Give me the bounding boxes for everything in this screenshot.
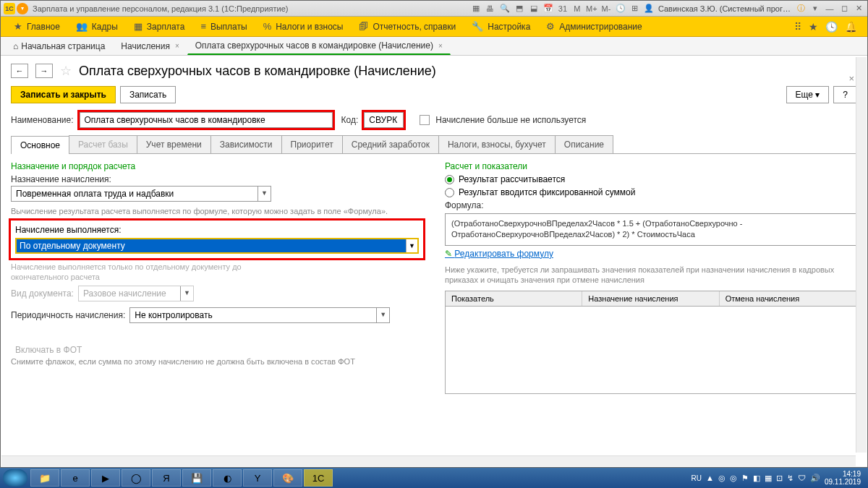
name-row: Наименование: Код: Начисление больше не … [1,109,867,131]
taskbar-app[interactable]: ▶ [91,469,120,487]
purpose-select[interactable]: Повременная оплата труда и надбавки ▼ [11,186,271,202]
right-section-head: Расчет и показатели [445,161,857,171]
taskbar-yandex[interactable]: Я [152,469,181,487]
radio-icon [445,175,454,184]
radio-icon [445,188,454,197]
taskbar-1c[interactable]: 1C [304,469,333,487]
taskbar-app[interactable]: 💾 [182,469,211,487]
panel-close-icon[interactable]: × [848,73,854,84]
menu-kadry[interactable]: 👥Кадры [69,18,125,35]
taskbar-paint[interactable]: 🎨 [273,469,302,487]
tray-icon[interactable]: ↯ [787,474,793,483]
scrollbar-vertical[interactable] [856,57,867,453]
menu-otchet[interactable]: 🗐Отчетность, справки [352,18,463,35]
menu-zarplata[interactable]: ▦Зарплата [127,18,192,35]
save-close-button[interactable]: Записать и закрыть [11,86,116,103]
col-pokazatel: Показатель [446,291,582,306]
bell-icon[interactable]: 🔔 [845,21,857,33]
start-button[interactable] [3,469,27,487]
chevron-down-icon[interactable]: ▼ [376,308,389,322]
favorite-icon[interactable]: ☆ [60,63,72,79]
tray-icon[interactable]: ▦ [765,474,772,483]
tb-icon[interactable]: ⊞ [629,3,641,14]
menu-nalogi[interactable]: %Налоги и взносы [256,18,351,35]
m-minus-icon[interactable]: M- [600,3,612,14]
close-icon[interactable]: ✕ [853,3,864,14]
minimize-icon[interactable]: — [824,3,835,14]
calendar-icon[interactable]: 📅 [542,3,554,14]
code-input[interactable] [364,112,404,128]
tray-icon[interactable]: 🛡 [798,474,806,482]
tb-icon[interactable]: ⬒ [514,3,525,14]
tab-zavis[interactable]: Зависимости [210,135,282,153]
tray-icon[interactable]: ⚑ [741,474,749,483]
m-icon[interactable]: M [571,3,583,14]
dropdown-icon[interactable]: ▾ [809,3,821,14]
date-icon[interactable]: 31 [557,3,569,14]
menu-vyplaty[interactable]: ≡Выплаты [193,18,254,35]
tray-icon[interactable]: ◧ [753,474,760,483]
help-button[interactable]: ? [833,86,857,103]
close-tab-icon[interactable]: × [438,42,443,50]
info-icon[interactable]: ⓘ [795,3,807,14]
percent-icon: % [263,21,272,32]
tray-icon[interactable]: ◎ [718,474,726,483]
tab-nalogi[interactable]: Налоги, взносы, бухучет [438,135,556,153]
page-header: ← → ☆ Оплата сверхурочных часов в команд… [1,56,867,83]
not-used-checkbox[interactable] [420,115,430,125]
taskbar-app[interactable]: Y [243,469,272,487]
apps-icon[interactable]: ⠿ [794,21,801,33]
tab-prior[interactable]: Приоритет [281,135,343,153]
tab-uchet[interactable]: Учет времени [137,135,211,153]
search-icon[interactable]: 🔍 [499,3,511,14]
maximize-icon[interactable]: ◻ [838,3,850,14]
name-input[interactable] [80,112,333,128]
m-plus-icon[interactable]: M+ [586,3,597,14]
tb-icon[interactable]: ⬓ [528,3,540,14]
radio-calc[interactable]: Результат рассчитывается [445,174,857,184]
taskbar-chrome[interactable]: ◯ [122,469,150,487]
taskbar-explorer[interactable]: 📁 [30,469,59,487]
crumb-tab2[interactable]: Оплата сверхурочных часов в командировке… [187,37,451,55]
tray-icon[interactable]: ◎ [730,474,737,483]
tb-icon[interactable]: ▦ [470,3,482,14]
menu-admin[interactable]: ⚙Администрирование [539,18,649,35]
more-button[interactable]: Еще ▾ [786,86,830,103]
fot-hint: Снимите флажок, если сумма по этому начи… [11,356,423,367]
clock[interactable]: 14:19 09.11.2019 [825,470,861,486]
back-button[interactable]: ← [11,64,28,78]
save-button[interactable]: Записать [120,86,176,103]
taskbar-ie[interactable]: e [61,469,90,487]
close-tab-icon[interactable]: × [175,42,179,50]
volume-icon[interactable]: 🔊 [810,474,820,483]
menu-main[interactable]: ★Главное [7,18,67,35]
exec-select[interactable]: По отдельному документу ▼ [15,238,419,254]
app-menu-dropdown-icon[interactable]: ▾ [17,3,28,14]
chevron-down-icon[interactable]: ▼ [406,239,417,252]
print-icon[interactable]: 🖶 [485,3,496,14]
tab-raschet-bazy[interactable]: Расчет базы [69,135,137,153]
forward-button[interactable]: → [35,64,53,78]
period-select[interactable]: Не контролировать ▼ [129,307,390,323]
crumb-home[interactable]: ⌂Начальная страница [5,38,113,55]
tab-opisanie[interactable]: Описание [555,135,613,153]
star-fav-icon[interactable]: ★ [809,21,818,33]
clock-icon[interactable]: 🕓 [615,3,626,14]
tray-icon[interactable]: ⊡ [776,474,783,483]
doc-type-label: Вид документа: [11,288,74,299]
taskbar-app[interactable]: ◐ [213,469,242,487]
edit-formula-link[interactable]: Редактировать формулу [445,249,553,259]
history-icon[interactable]: 🕓 [825,21,838,33]
titlebar: 1C ▾ Зарплата и управление персоналом, р… [1,1,867,17]
right-column: Расчет и показатели Результат рассчитыва… [445,161,857,394]
scrollbar-horizontal[interactable] [1,455,856,466]
tab-sredniy[interactable]: Средний заработок [342,135,439,153]
tray-icon[interactable]: ▲ [706,474,714,482]
grid-body[interactable] [446,307,856,393]
menu-nastroika[interactable]: 🔧Настройка [464,18,537,35]
chevron-down-icon[interactable]: ▼ [258,187,271,201]
crumb-tab1[interactable]: Начисления× [113,38,187,55]
lang-indicator[interactable]: RU [692,474,702,482]
radio-fixed[interactable]: Результат вводится фиксированной суммой [445,187,857,197]
tab-osnovnoe[interactable]: Основное [11,136,69,154]
